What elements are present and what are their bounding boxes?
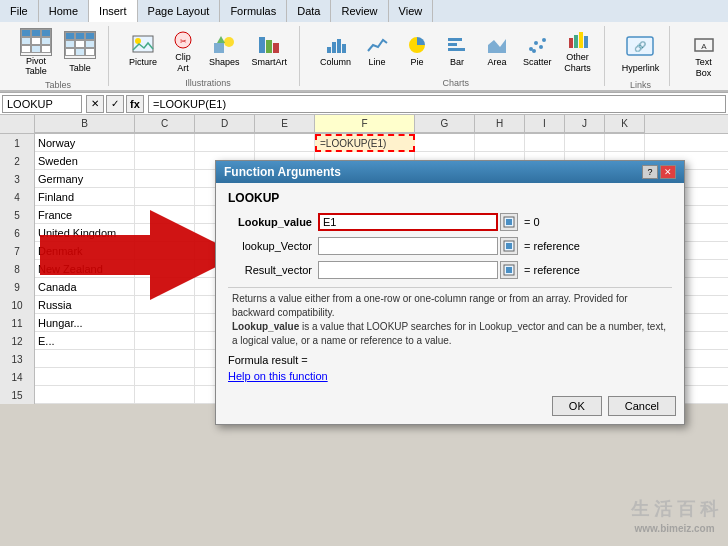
cell-c15[interactable] (135, 386, 195, 404)
cell-b11[interactable]: Hungar... (35, 314, 135, 332)
col-header-i[interactable]: I (525, 115, 565, 133)
cell-b8[interactable]: New Zealand (35, 260, 135, 278)
tab-insert[interactable]: Insert (89, 0, 138, 22)
cell-i1[interactable] (525, 134, 565, 152)
cell-c12[interactable] (135, 332, 195, 350)
cell-d1[interactable] (195, 134, 255, 152)
picture-button[interactable]: Picture (125, 31, 161, 70)
svg-rect-4 (214, 43, 224, 53)
cell-b6[interactable]: United Kingdom (35, 224, 135, 242)
other-charts-button[interactable]: OtherCharts (560, 26, 596, 76)
confirm-formula-button[interactable]: ✓ (106, 95, 124, 113)
cell-c11[interactable] (135, 314, 195, 332)
lookup-vector-input[interactable] (318, 237, 498, 255)
result-vector-range-button[interactable] (500, 261, 518, 279)
tab-review[interactable]: Review (331, 0, 388, 22)
bar-chart-button[interactable]: Bar (439, 31, 475, 70)
col-header-b[interactable]: B (35, 115, 135, 133)
cell-e1[interactable] (255, 134, 315, 152)
tab-data[interactable]: Data (287, 0, 331, 22)
result-vector-result: = reference (524, 264, 580, 276)
dialog-help-button[interactable]: ? (642, 165, 658, 179)
cell-b12[interactable]: E... (35, 332, 135, 350)
text-box-label: TextBox (695, 57, 712, 79)
cell-b13[interactable] (35, 350, 135, 368)
smartart-icon (257, 33, 281, 57)
shapes-button[interactable]: Shapes (205, 31, 244, 70)
cell-c4[interactable] (135, 188, 195, 206)
cell-c10[interactable] (135, 296, 195, 314)
table-row: 1 Norway =LOOKUP(E1) (0, 134, 728, 152)
cell-j1[interactable] (565, 134, 605, 152)
col-header-c[interactable]: C (135, 115, 195, 133)
cell-c3[interactable] (135, 170, 195, 188)
pivot-table-button[interactable]: PivotTable (16, 26, 56, 78)
table-button[interactable]: Table (60, 26, 100, 78)
cell-b14[interactable] (35, 368, 135, 386)
cell-c2[interactable] (135, 152, 195, 170)
lookup-value-result: = 0 (524, 216, 540, 228)
scatter-chart-button[interactable]: Scatter (519, 31, 556, 70)
dialog-cancel-button[interactable]: Cancel (608, 396, 676, 416)
tab-file[interactable]: File (0, 0, 39, 22)
col-header-g[interactable]: G (415, 115, 475, 133)
cell-k1[interactable] (605, 134, 645, 152)
col-header-f[interactable]: F (315, 115, 415, 133)
col-header-k[interactable]: K (605, 115, 645, 133)
scatter-label: Scatter (523, 57, 552, 68)
line-chart-button[interactable]: Line (359, 31, 395, 70)
tab-page-layout[interactable]: Page Layout (138, 0, 221, 22)
cell-b3[interactable]: Germany (35, 170, 135, 188)
name-box[interactable] (2, 95, 82, 113)
col-header-d[interactable]: D (195, 115, 255, 133)
function-arguments-dialog[interactable]: Function Arguments ? ✕ LOOKUP Lookup_val… (215, 160, 685, 425)
pie-chart-button[interactable]: Pie (399, 31, 435, 70)
col-header-e[interactable]: E (255, 115, 315, 133)
cancel-formula-button[interactable]: ✕ (86, 95, 104, 113)
tab-view[interactable]: View (389, 0, 434, 22)
dialog-close-button[interactable]: ✕ (660, 165, 676, 179)
cell-b4[interactable]: Finland (35, 188, 135, 206)
cell-c9[interactable] (135, 278, 195, 296)
cell-b1[interactable]: Norway (35, 134, 135, 152)
cell-c14[interactable] (135, 368, 195, 386)
dialog-help-link[interactable]: Help on this function (228, 370, 328, 382)
cell-c13[interactable] (135, 350, 195, 368)
col-header-j[interactable]: J (565, 115, 605, 133)
cell-b7[interactable]: Denmark (35, 242, 135, 260)
area-chart-button[interactable]: Area (479, 31, 515, 70)
result-vector-input[interactable] (318, 261, 498, 279)
clip-art-button[interactable]: ✂ ClipArt (165, 26, 201, 76)
svg-text:✂: ✂ (180, 37, 187, 46)
column-chart-button[interactable]: Column (316, 31, 355, 70)
dialog-ok-button[interactable]: OK (552, 396, 602, 416)
links-icons: 🔗 Hyperlink (621, 26, 661, 78)
cell-c6[interactable] (135, 224, 195, 242)
cell-b9[interactable]: Canada (35, 278, 135, 296)
cell-h1[interactable] (475, 134, 525, 152)
cell-f1[interactable]: =LOOKUP(E1) (315, 134, 415, 152)
insert-function-button[interactable]: fx (126, 95, 144, 113)
cell-c7[interactable] (135, 242, 195, 260)
cell-b10[interactable]: Russia (35, 296, 135, 314)
hyperlink-button[interactable]: 🔗 Hyperlink (621, 26, 661, 78)
svg-rect-42 (506, 219, 512, 225)
cell-c1[interactable] (135, 134, 195, 152)
col-header-h[interactable]: H (475, 115, 525, 133)
lookup-value-range-button[interactable] (500, 213, 518, 231)
ribbon-group-illustrations: Picture ✂ ClipArt Shapes (117, 26, 300, 86)
tab-formulas[interactable]: Formulas (220, 0, 287, 22)
lookup-vector-range-button[interactable] (500, 237, 518, 255)
text-box-button[interactable]: A TextBox (686, 31, 722, 81)
cell-b2[interactable]: Sweden (35, 152, 135, 170)
cell-b15[interactable] (35, 386, 135, 404)
dialog-desc-main: Returns a value either from a one-row or… (232, 293, 628, 318)
cell-c5[interactable] (135, 206, 195, 224)
formula-input[interactable] (148, 95, 726, 113)
tab-home[interactable]: Home (39, 0, 89, 22)
cell-b5[interactable]: France (35, 206, 135, 224)
smartart-button[interactable]: SmartArt (248, 31, 292, 70)
lookup-value-input[interactable] (318, 213, 498, 231)
cell-c8[interactable] (135, 260, 195, 278)
cell-g1[interactable] (415, 134, 475, 152)
